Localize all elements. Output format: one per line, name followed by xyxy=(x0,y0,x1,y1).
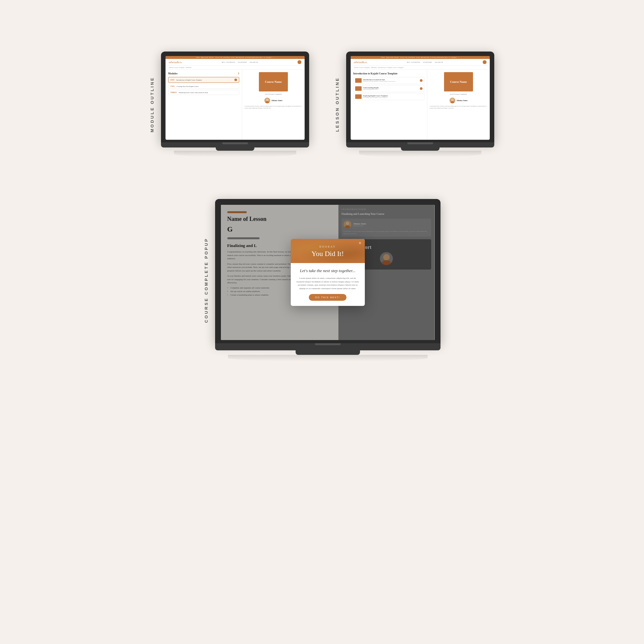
lesson-info-3: Exploring Kajabi Course Templates Get fa… xyxy=(363,95,422,98)
module-item-3[interactable]: THREE Enhancing Your Course with Launch … xyxy=(168,90,239,95)
nav-search[interactable]: SEARCH xyxy=(250,62,258,63)
nav-bar: athena&co. MY COURSES SUPPORT SEARCH xyxy=(166,59,305,66)
nav-avatar xyxy=(298,60,301,64)
module-title-3: Enhancing Your Course with Launch in Sty… xyxy=(179,92,237,93)
lesson-nav-avatar xyxy=(483,60,487,64)
svg-point-3 xyxy=(450,101,454,103)
module-outline-label: MODULE OUTLINE xyxy=(150,77,155,132)
lesson-progress-text: 8 of 9 Lessons Completed xyxy=(450,93,467,95)
lesson-heading: Introduction to Kajabi Course Template xyxy=(353,72,424,75)
laptop-base-right xyxy=(346,142,494,147)
lesson-check-2: ✓ xyxy=(420,87,422,90)
lesson-nav-bar: athena&co. MY COURSES SUPPORT SEARCH xyxy=(351,59,490,66)
instructor-row: Athena Jones xyxy=(264,98,283,103)
lesson-subtitle-1: Welcome to the Introduction to Launch in… xyxy=(363,81,418,82)
course-complete-section: COURSE COMPLETE POPUP Name of Lesson G F… xyxy=(32,193,612,361)
course-complete-label: COURSE COMPLETE POPUP xyxy=(204,238,209,323)
lesson-thumb-1 xyxy=(355,78,362,83)
lesson-logo: athena&co. xyxy=(354,61,367,64)
lesson-instructor-row: Athena Jones xyxy=(450,98,468,103)
lesson-item-3[interactable]: Exploring Kajabi Course Templates Get fa… xyxy=(353,93,424,100)
popup-title: You Did It! xyxy=(296,250,360,258)
lesson-course-name-box: Course Name xyxy=(444,72,473,91)
laptop-reflection-left xyxy=(174,151,296,157)
lesson-breadcrumb: Athena Course Template / Modules / Intro… xyxy=(351,66,490,70)
lesson-nav-search[interactable]: SEARCH xyxy=(435,62,443,63)
nav-support[interactable]: SUPPORT xyxy=(238,62,247,63)
lesson-outline-label: LESSON OUTLINE xyxy=(335,77,340,132)
lesson-top-banner: THE 'BRAND NEW' 2024 PLANNER FOR MODERN … xyxy=(351,56,490,59)
module-title-1: Introduction to Kajabi Course Template xyxy=(176,79,232,81)
laptop-stand-left xyxy=(216,147,254,151)
lesson-item-2[interactable]: Understanding Kajabi Understanding Kajab… xyxy=(353,85,424,92)
modules-heading: Modules 3 xyxy=(168,72,239,75)
popup-hooray: HOORAY xyxy=(296,245,360,248)
module-item-2[interactable]: TWO Creating Your First Kajabi Course xyxy=(168,84,239,89)
course-complete-laptop: Name of Lesson G Finalizing and L Congra… xyxy=(215,199,440,361)
module-num-2: TWO xyxy=(170,85,175,87)
nav-links: MY COURSES SUPPORT SEARCH xyxy=(222,62,258,63)
module-count: 3 xyxy=(238,72,239,75)
module-outline-section: MODULE OUTLINE THE 'BRAND NEW' 2024 PLAN… xyxy=(150,52,309,157)
lesson-outline-section: LESSON OUTLINE THE 'BRAND NEW' 2024 PLAN… xyxy=(335,52,494,157)
lesson-instructor-avatar xyxy=(450,98,455,103)
lesson-nav-support[interactable]: SUPPORT xyxy=(423,62,432,63)
popup-body-text: Lorem ipsum dolor sit amet, consectetur … xyxy=(296,277,360,290)
module-outline-screen: THE 'BRAND NEW' 2024 PLANNER FOR MODERN … xyxy=(166,56,305,140)
popup-close-button[interactable]: ✕ xyxy=(358,241,362,246)
lesson-item-1[interactable]: Introduction to Launch in Style Welcome … xyxy=(353,77,424,84)
svg-point-2 xyxy=(451,99,454,101)
breadcrumb: Athena Course Template / Modules xyxy=(166,66,305,70)
svg-point-1 xyxy=(265,101,269,103)
svg-point-0 xyxy=(266,99,269,101)
lesson-instructor-name: Athena Jones xyxy=(457,99,468,101)
module-check-1: ✓ xyxy=(234,79,237,81)
progress-text: 8 of 9 Lessons Completed xyxy=(265,93,281,95)
laptop-base-left xyxy=(161,142,309,147)
lesson-nav-my-courses[interactable]: MY COURSES xyxy=(407,62,421,63)
module-num-1: ONE xyxy=(170,79,175,81)
lesson-thumb-2 xyxy=(355,86,362,91)
laptop-stand-right xyxy=(401,147,440,151)
instructor-name: Athena Jones xyxy=(271,99,283,101)
lesson-subtitle-2: Understanding Kajabi will di... xyxy=(363,89,418,90)
instructor-desc: Lorem ipsum dolor sit amet consectetur a… xyxy=(245,105,302,109)
course-complete-screen: Name of Lesson G Finalizing and L Congra… xyxy=(221,205,435,340)
popup-overlay: HOORAY You Did It! ✕ Let's take the next… xyxy=(221,205,435,340)
popup-header: HOORAY You Did It! ✕ xyxy=(291,239,365,263)
course-name-box: Course Name xyxy=(259,72,288,91)
popup-subtitle: Let's take the next step together... xyxy=(296,268,360,273)
logo: athena&co. xyxy=(169,61,182,64)
lesson-thumb-3 xyxy=(355,94,362,99)
laptop-reflection-right xyxy=(359,151,481,157)
large-laptop-reflection xyxy=(228,355,428,361)
popup-modal: HOORAY You Did It! ✕ Let's take the next… xyxy=(291,239,365,306)
lesson-info-2: Understanding Kajabi Understanding Kajab… xyxy=(363,87,418,90)
popup-body: Let's take the next step together... Lor… xyxy=(291,263,365,306)
module-title-2: Creating Your First Kajabi Course xyxy=(176,86,237,87)
large-laptop-stand xyxy=(296,350,360,355)
instructor-avatar xyxy=(264,98,270,103)
lesson-info-1: Introduction to Launch in Style Welcome … xyxy=(363,79,418,82)
module-item-1[interactable]: ONE Introduction to Kajabi Course Templa… xyxy=(168,77,239,83)
large-laptop-base xyxy=(215,343,440,350)
module-outline-laptop: THE 'BRAND NEW' 2024 PLANNER FOR MODERN … xyxy=(161,52,309,157)
top-banner: THE 'BRAND NEW' 2024 PLANNER FOR MODERN … xyxy=(166,56,305,59)
nav-my-courses[interactable]: MY COURSES xyxy=(222,62,235,63)
lesson-instructor-desc: Lorem ipsum dolor sit amet consectetur a… xyxy=(430,105,487,109)
lesson-nav-links: MY COURSES SUPPORT SEARCH xyxy=(407,62,443,63)
lesson-subtitle-3: Get familiar with the Kajabi Course Temp… xyxy=(363,97,422,98)
lesson-outline-laptop: THE 'BRAND NEW' 2024 PLANNER FOR MODERN … xyxy=(346,52,494,157)
popup-cta-button[interactable]: DO THIS NEXT! xyxy=(309,294,346,301)
module-num-3: THREE xyxy=(170,91,177,93)
lesson-check-1: ✓ xyxy=(420,79,422,82)
lesson-outline-screen: THE 'BRAND NEW' 2024 PLANNER FOR MODERN … xyxy=(351,56,490,140)
